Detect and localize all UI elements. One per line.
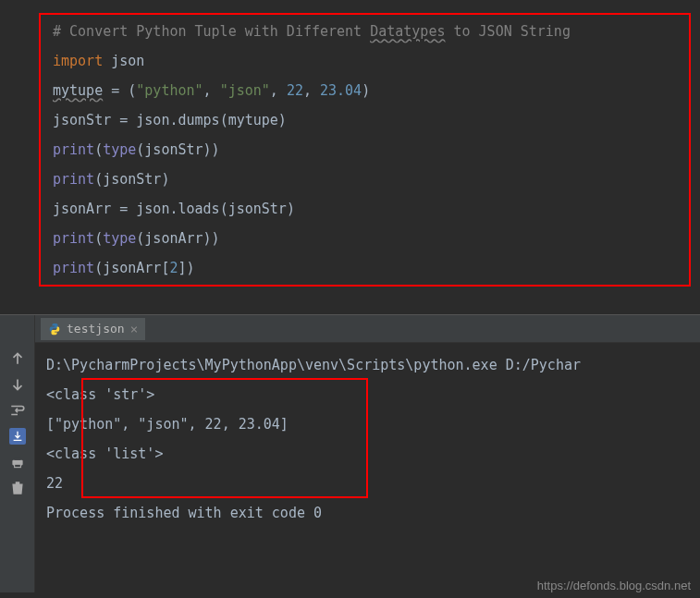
python-icon	[48, 323, 61, 336]
code-line: print(type(jsonArr))	[39, 224, 700, 253]
code-line: print(type(jsonStr))	[39, 135, 700, 165]
code-line: jsonArr = json.loads(jsonStr)	[39, 194, 700, 224]
close-icon[interactable]: ×	[130, 322, 138, 336]
print-icon[interactable]	[9, 454, 26, 470]
code-line: mytupe = ("python", "json", 22, 23.04)	[39, 76, 700, 105]
output-line: 22	[46, 469, 700, 498]
run-console: testjson × D:\PycharmProjects\MyPythonAp…	[0, 315, 700, 592]
console-tab[interactable]: testjson ×	[41, 318, 145, 340]
console-content: testjson × D:\PycharmProjects\MyPythonAp…	[35, 315, 700, 592]
up-icon[interactable]	[9, 350, 26, 367]
output-line: Process finished with exit code 0	[46, 498, 700, 528]
console-gutter	[0, 315, 35, 592]
output-line: <class 'list'>	[46, 439, 700, 469]
console-output[interactable]: D:\PycharmProjects\MyPythonApp\venv\Scri…	[35, 343, 700, 535]
scroll-to-end-icon[interactable]	[9, 428, 26, 445]
output-line: D:\PycharmProjects\MyPythonApp\venv\Scri…	[46, 350, 700, 380]
code-line: print(jsonStr)	[39, 165, 700, 194]
svg-rect-1	[14, 457, 20, 459]
code-line: import json	[39, 46, 700, 76]
tab-label: testjson	[67, 322, 125, 336]
svg-rect-2	[14, 464, 20, 467]
console-tab-bar: testjson ×	[35, 315, 700, 343]
softwrap-icon[interactable]	[9, 402, 26, 419]
code-editor[interactable]: # Convert Python Tuple with Different Da…	[0, 0, 700, 314]
down-icon[interactable]	[9, 376, 26, 393]
code-line: print(jsonArr[2])	[39, 253, 700, 283]
watermark: https://defonds.blog.csdn.net	[537, 579, 691, 592]
output-line: <class 'str'>	[46, 380, 700, 409]
code-line: # Convert Python Tuple with Different Da…	[39, 17, 700, 46]
trash-icon[interactable]	[9, 480, 26, 496]
code-line: jsonStr = json.dumps(mytupe)	[39, 105, 700, 135]
output-line: ["python", "json", 22, 23.04]	[46, 409, 700, 439]
